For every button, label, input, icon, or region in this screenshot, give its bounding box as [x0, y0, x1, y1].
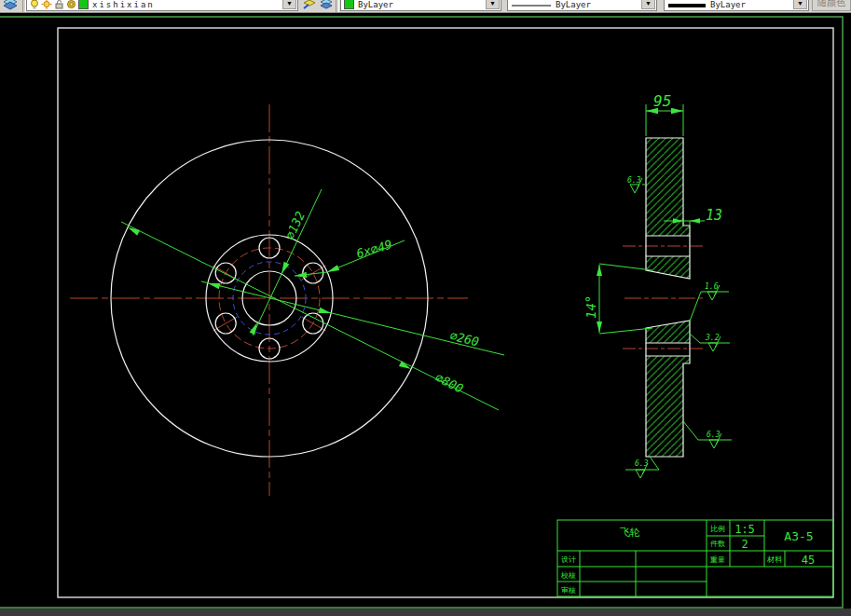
- material-value: 45: [802, 554, 815, 567]
- dim-bolt-holes-label: 6x∅49: [355, 238, 394, 261]
- linetype-dropdown-arrow-icon[interactable]: ▼: [641, 0, 655, 9]
- lineweight-control[interactable]: ByLayer ▼: [664, 0, 809, 11]
- linetype-control[interactable]: ByLayer ▼: [507, 0, 657, 11]
- material-label: 材料: [766, 555, 782, 564]
- plot-icon[interactable]: [66, 0, 76, 9]
- dim-flange-label: ∅260: [448, 328, 480, 349]
- surface-finish-symbol: 6.3: [635, 459, 649, 478]
- title-block[interactable]: 飞轮 比例 1:5 件数 2 A3-5 设计 重量 材料 45 校核 审核: [557, 520, 833, 596]
- layer-previous-icon: [319, 0, 334, 11]
- cad-application-window: xishixian ▼ ByLayer ▼: [0, 0, 851, 616]
- make-layer-current-icon: [302, 0, 317, 11]
- front-view[interactable]: ∅132 6x∅49 ∅260 ∅800: [70, 104, 504, 496]
- scale-label: 比例: [710, 525, 725, 533]
- part-name: 飞轮: [620, 527, 640, 539]
- status-strip: [0, 609, 851, 616]
- layer-color-swatch: [78, 0, 89, 9]
- layer-previous-button[interactable]: [319, 0, 333, 11]
- surface-finish-symbol: 6.3: [627, 176, 642, 193]
- section-solids: [646, 138, 690, 457]
- section-view[interactable]: 95 13 14° 6.3 1.6 3.2: [583, 92, 732, 478]
- layer-dropdown-arrow-icon[interactable]: ▼: [282, 0, 296, 9]
- make-object-layer-current-button[interactable]: [302, 0, 316, 11]
- layer-control[interactable]: xishixian ▼: [26, 0, 298, 11]
- title-block-text: 飞轮 比例 1:5 件数 2 A3-5 设计 重量 材料 45 校核 审核: [560, 523, 815, 595]
- plot-style-control: 随颜色: [812, 0, 851, 11]
- svg-text:6.3: 6.3: [707, 431, 721, 439]
- layer-name-text: xishixian: [92, 0, 155, 9]
- linetype-value-text: ByLayer: [556, 0, 591, 9]
- review-label: 审核: [561, 586, 576, 595]
- layer-manager-button[interactable]: [2, 0, 16, 11]
- color-control[interactable]: ByLayer ▼: [340, 0, 501, 11]
- unlock-icon[interactable]: [54, 0, 64, 9]
- weight-label: 重量: [709, 555, 725, 564]
- toolbar-separator: [336, 0, 339, 12]
- color-dropdown-arrow-icon[interactable]: ▼: [486, 0, 500, 9]
- layers-icon: [2, 0, 19, 11]
- drawing-canvas[interactable]: ∅132 6x∅49 ∅260 ∅800: [0, 12, 851, 616]
- svg-text:1.6: 1.6: [705, 282, 719, 291]
- lineweight-value-text: ByLayer: [710, 0, 746, 9]
- sheet-frame: [58, 28, 833, 597]
- design-label: 设计: [561, 555, 576, 564]
- svg-text:3.2: 3.2: [705, 334, 720, 342]
- linetype-sample-icon: [511, 1, 552, 9]
- layer-on-bulb-icon[interactable]: [30, 0, 39, 9]
- check-label: 校核: [560, 571, 576, 580]
- thaw-sun-icon[interactable]: [41, 0, 52, 9]
- color-value-text: ByLayer: [358, 0, 393, 9]
- svg-text:6.3: 6.3: [627, 176, 641, 185]
- current-color-swatch: [344, 0, 354, 9]
- svg-text:6.3: 6.3: [635, 459, 649, 468]
- lineweight-sample-icon: [667, 1, 707, 9]
- drawing-number: A3-5: [784, 529, 813, 543]
- dim-outer-label: ∅800: [433, 370, 466, 396]
- dim-bore-label: ∅132: [282, 209, 308, 241]
- paper-border: [0, 17, 843, 608]
- quantity-label: 件数: [710, 540, 725, 548]
- layer-properties-toolbar: xishixian ▼ ByLayer ▼: [0, 0, 851, 13]
- dim-step-label: 13: [706, 207, 722, 224]
- scale-value: 1:5: [734, 523, 755, 536]
- front-dimension-labels: ∅132 6x∅49 ∅260 ∅800: [282, 209, 480, 395]
- lineweight-dropdown-arrow-icon[interactable]: ▼: [793, 0, 807, 9]
- dim-width-label: 95: [653, 92, 671, 110]
- dim-taper-angle-label: 14°: [583, 295, 598, 319]
- quantity-value: 2: [741, 538, 748, 551]
